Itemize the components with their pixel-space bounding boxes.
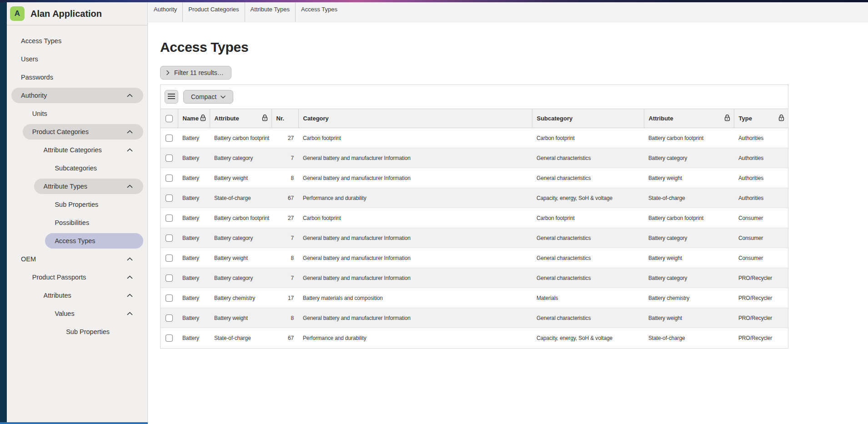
sidebar-item-subcategories[interactable]: Subcategories <box>45 160 143 176</box>
main-area: Authority Product Categories Attribute T… <box>148 2 868 424</box>
sidebar-item-access-types[interactable]: Access Types <box>11 33 143 49</box>
breadcrumb-item-attribute-types[interactable]: Attribute Types <box>245 2 296 22</box>
table-cell: Battery category <box>644 268 734 288</box>
table-cell: General battery and manufacturer Informa… <box>298 308 532 328</box>
select-all-checkbox[interactable] <box>166 115 173 122</box>
sidebar-item-units[interactable]: Units <box>23 106 143 121</box>
sidebar-item-label: Values <box>55 310 74 317</box>
table-cell: General characteristics <box>532 228 644 248</box>
sidebar-item-label: Possibilities <box>55 219 89 226</box>
row-checkbox[interactable] <box>166 274 173 282</box>
table-cell: PRO/Recycler <box>734 288 788 308</box>
column-header-category[interactable]: Category <box>298 109 532 128</box>
sidebar-item-access-types[interactable]: Access Types <box>45 233 143 249</box>
sidebar-row: Attribute Types <box>7 177 148 195</box>
sidebar-row: Possibilities <box>7 214 148 232</box>
table-cell: PRO/Recycler <box>734 268 788 288</box>
chevron-up-icon[interactable] <box>127 312 133 315</box>
sidebar-item-product-categories[interactable]: Product Categories <box>23 124 143 140</box>
column-header-name[interactable]: Name <box>178 109 210 128</box>
columns-menu-button[interactable] <box>165 90 178 104</box>
chevron-up-icon[interactable] <box>127 185 133 188</box>
sidebar-item-label: Attribute Categories <box>44 146 102 154</box>
sidebar-row: Attribute Categories <box>7 141 148 159</box>
column-header-type[interactable]: Type <box>734 109 788 128</box>
breadcrumb-item-access-types[interactable]: Access Types <box>296 2 343 22</box>
column-header-attribute[interactable]: Attribute <box>210 109 271 128</box>
sidebar-row: Attributes <box>7 286 148 304</box>
row-checkbox[interactable] <box>166 135 173 142</box>
table-cell: General characteristics <box>532 308 644 328</box>
chevron-up-icon[interactable] <box>127 148 133 152</box>
sidebar-item-authority[interactable]: Authority <box>11 88 143 103</box>
app-title: Alan Application <box>30 9 102 19</box>
sidebar-item-label: Units <box>32 110 47 117</box>
row-checkbox[interactable] <box>166 294 173 302</box>
chevron-down-icon <box>221 95 226 99</box>
sidebar-row: Product Passports <box>7 268 148 286</box>
row-checkbox[interactable] <box>166 254 173 262</box>
sidebar-item-oem[interactable]: OEM <box>11 251 143 267</box>
table-row: BatteryBattery weight8General battery an… <box>161 168 788 188</box>
sidebar-item-passwords[interactable]: Passwords <box>11 70 143 85</box>
table-cell: Battery <box>178 248 210 268</box>
chevron-up-icon[interactable] <box>127 257 133 261</box>
table-cell: Battery category <box>210 228 271 248</box>
column-header-nr[interactable]: Nr. <box>271 109 298 128</box>
table-row: BatteryBattery carbon footprint27Carbon … <box>161 128 788 148</box>
table-row: BatteryState-of-charge67Performance and … <box>161 188 788 208</box>
row-checkbox[interactable] <box>166 195 173 202</box>
table-cell: Carbon footprint <box>532 208 644 228</box>
sidebar-item-label: Access Types <box>21 37 61 45</box>
row-checkbox[interactable] <box>166 334 173 342</box>
sidebar-item-label: Sub Properties <box>66 328 110 335</box>
sidebar-item-sub-properties[interactable]: Sub Properties <box>45 197 143 212</box>
row-checkbox[interactable] <box>166 234 173 242</box>
sidebar-item-product-passports[interactable]: Product Passports <box>23 269 143 285</box>
table-cell: 7 <box>271 148 298 168</box>
sidebar-item-users[interactable]: Users <box>11 51 143 67</box>
sidebar-row: Access Types <box>7 32 148 50</box>
table-cell: Battery <box>178 208 210 228</box>
chevron-up-icon[interactable] <box>127 275 133 279</box>
table-row: BatteryBattery category7General battery … <box>161 228 788 248</box>
table-cell: 67 <box>271 328 298 348</box>
table-toolbar: Compact <box>161 85 788 109</box>
lock-icon <box>778 114 784 123</box>
access-types-table: Name Attribute Nr. Category Subcategory <box>161 109 788 348</box>
table-cell: General battery and manufacturer Informa… <box>298 228 532 248</box>
row-checkbox[interactable] <box>166 214 173 222</box>
column-header-attribute-2[interactable]: Attribute <box>644 109 734 128</box>
sidebar-row: Subcategories <box>7 159 148 177</box>
table-cell: Battery <box>178 168 210 188</box>
sidebar-item-label: Authority <box>21 92 47 99</box>
sidebar-item-label: Subcategories <box>55 165 97 172</box>
sidebar-item-possibilities[interactable]: Possibilities <box>45 215 143 230</box>
density-dropdown[interactable]: Compact <box>183 90 233 104</box>
chevron-up-icon[interactable] <box>127 130 133 134</box>
breadcrumb-item-authority[interactable]: Authority <box>148 2 183 22</box>
table-cell: Battery chemistry <box>210 288 271 308</box>
sidebar-row: Sub Properties <box>7 195 148 214</box>
table-cell: Performance and durability <box>298 188 532 208</box>
row-checkbox[interactable] <box>166 314 173 322</box>
row-checkbox[interactable] <box>166 175 173 182</box>
hamburger-icon <box>168 93 175 101</box>
chevron-up-icon[interactable] <box>127 294 133 297</box>
lock-icon <box>200 114 206 123</box>
table-row: BatteryBattery weight8General battery an… <box>161 308 788 328</box>
chevron-up-icon[interactable] <box>127 94 133 97</box>
row-checkbox[interactable] <box>166 155 173 162</box>
sidebar-item-label: Product Passports <box>32 274 86 281</box>
table-cell: General characteristics <box>532 268 644 288</box>
table-cell: 7 <box>271 228 298 248</box>
table-cell: Battery weight <box>210 248 271 268</box>
table-cell: PRO/Recycler <box>734 328 788 348</box>
filter-button[interactable]: Filter 11 results… <box>160 66 231 80</box>
table-cell: 27 <box>271 128 298 148</box>
breadcrumb-item-product-categories[interactable]: Product Categories <box>183 2 245 22</box>
table-cell: Performance and durability <box>298 328 532 348</box>
sidebar-item-sub-properties[interactable]: Sub Properties <box>56 324 143 339</box>
column-header-subcategory[interactable]: Subcategory <box>532 109 644 128</box>
table-cell: State-of-charge <box>210 188 271 208</box>
